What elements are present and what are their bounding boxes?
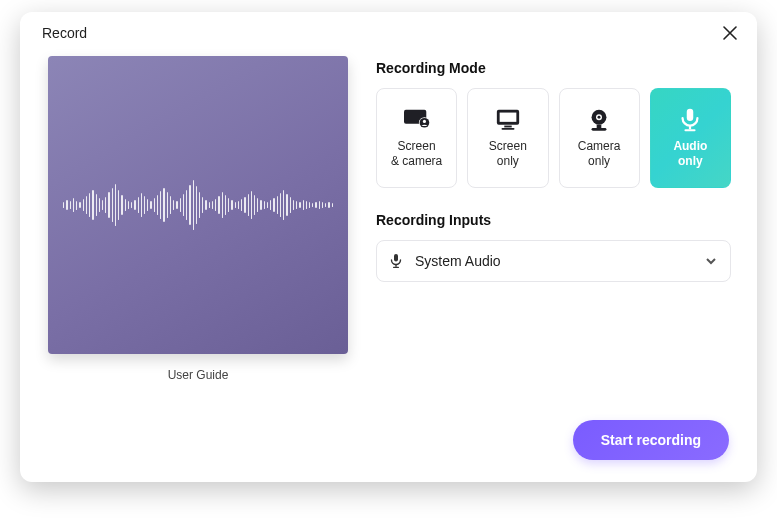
user-guide-link[interactable]: User Guide	[48, 368, 348, 382]
svg-rect-6	[504, 126, 511, 128]
record-dialog: Record User Guide Recording Mode Screen …	[20, 12, 757, 482]
mode-screen-and-camera[interactable]: Screen & camera	[376, 88, 457, 188]
recording-input-select[interactable]: System Audio	[376, 240, 731, 282]
audio-waveform-icon	[63, 165, 333, 245]
svg-rect-18	[393, 267, 399, 268]
svg-rect-17	[395, 265, 396, 267]
recording-input-value: System Audio	[415, 253, 694, 269]
dialog-header: Record	[20, 12, 757, 48]
svg-rect-7	[501, 128, 514, 130]
screen-camera-icon	[402, 107, 432, 133]
chevron-down-icon	[704, 254, 718, 268]
screen-icon	[493, 107, 523, 133]
preview-thumbnail	[48, 56, 348, 354]
recording-inputs-label: Recording Inputs	[376, 212, 731, 228]
mode-label: Screen only	[489, 139, 527, 169]
start-recording-button[interactable]: Start recording	[573, 420, 729, 460]
microphone-small-icon	[387, 252, 405, 270]
recording-mode-label: Recording Mode	[376, 60, 731, 76]
svg-rect-12	[592, 128, 607, 131]
svg-point-10	[598, 116, 601, 119]
svg-rect-5	[500, 113, 517, 122]
svg-rect-16	[394, 254, 398, 262]
svg-rect-14	[689, 126, 691, 130]
svg-rect-13	[687, 109, 694, 121]
mode-audio-only[interactable]: Audio only	[650, 88, 731, 188]
microphone-icon	[675, 107, 705, 133]
camera-icon	[584, 107, 614, 133]
mode-label: Screen & camera	[391, 139, 442, 169]
svg-point-3	[422, 120, 425, 123]
close-button[interactable]	[721, 24, 739, 42]
dialog-title: Record	[42, 25, 87, 41]
mode-label: Audio only	[673, 139, 707, 169]
svg-rect-11	[597, 125, 602, 129]
svg-rect-15	[685, 129, 696, 131]
mode-label: Camera only	[578, 139, 621, 169]
close-icon	[723, 26, 737, 40]
mode-screen-only[interactable]: Screen only	[467, 88, 548, 188]
recording-mode-options: Screen & camera Screen only Camera only	[376, 88, 731, 188]
mode-camera-only[interactable]: Camera only	[559, 88, 640, 188]
